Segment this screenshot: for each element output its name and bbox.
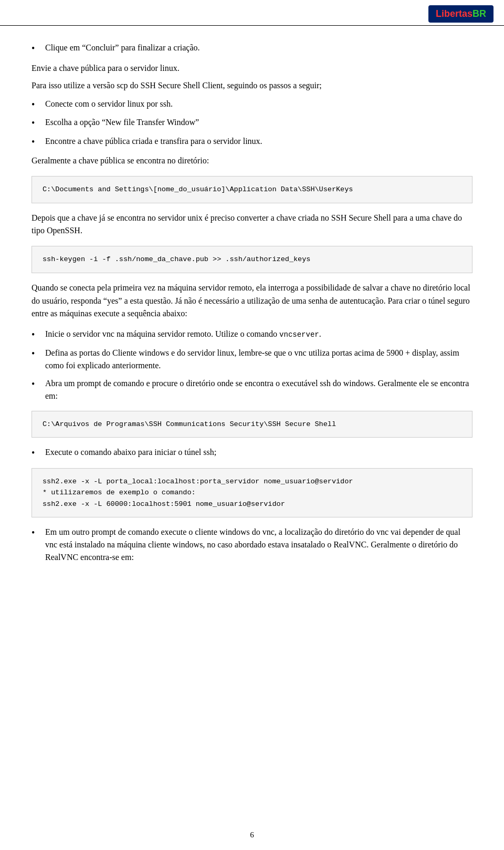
bullet-dot-5: • — [32, 329, 41, 341]
bullet-text-4: Encontre a chave pública criada e transf… — [45, 135, 472, 148]
bullet-text-7: Abra um prompt de comando e procure o di… — [45, 377, 472, 402]
bullet-dot-9: • — [32, 527, 41, 539]
bullet-text-6: Defina as portas do Cliente windows e do… — [45, 347, 472, 372]
bullet-text-1: Clique em “Concluir” para finalizar a cr… — [45, 42, 472, 54]
bullet-text-5: Inicie o servidor vnc na máquina servido… — [45, 328, 472, 340]
bullet-text-5-code: vncserver — [279, 330, 319, 339]
bullet-text-8: Execute o comando abaixo para iniciar o … — [45, 446, 472, 459]
code-block-1: C:\Documents and Settings\[nome_do_usuár… — [32, 176, 472, 203]
page-content: • Clique em “Concluir” para finalizar a … — [0, 26, 504, 600]
bullet-dot-4: • — [32, 136, 41, 148]
para-1: Envie a chave pública para o servidor li… — [32, 62, 472, 75]
bullet-text-2: Conecte com o servidor linux por ssh. — [45, 98, 472, 110]
logo-area: LibertasBR — [428, 5, 494, 23]
steps-list: • Conecte com o servidor linux por ssh. … — [32, 98, 472, 148]
bullet-text-9: Em um outro prompt de comando execute o … — [45, 526, 472, 564]
page-footer: 6 — [0, 831, 504, 839]
list-item-9: • Em um outro prompt de comando execute … — [32, 526, 472, 564]
list-item-6: • Defina as portas do Cliente windows e … — [32, 347, 472, 372]
intro-list: • Clique em “Concluir” para finalizar a … — [32, 42, 472, 55]
steps-list-4: • Em um outro prompt de comando execute … — [32, 526, 472, 564]
steps-list-3: • Execute o comando abaixo para iniciar … — [32, 446, 472, 459]
list-item-5: • Inicie o servidor vnc na máquina servi… — [32, 328, 472, 341]
para-4: Depois que a chave já se encontra no ser… — [32, 212, 472, 238]
list-item-7: • Abra um prompt de comando e procure o … — [32, 377, 472, 402]
bullet-text-5-main: Inicie o servidor vnc na máquina servido… — [45, 329, 279, 338]
steps-list-2: • Inicie o servidor vnc na máquina servi… — [32, 328, 472, 402]
bullet-dot-1: • — [32, 43, 41, 55]
bullet-dot-7: • — [32, 378, 41, 390]
logo-text: LibertasBR — [436, 8, 486, 19]
code-block-3: C:\Arquivos de Programas\SSH Communicati… — [32, 411, 472, 438]
bullet-dot-8: • — [32, 447, 41, 459]
logo-br: BR — [472, 8, 486, 19]
code-block-4: ssh2.exe -x -L porta_local:localhost:por… — [32, 468, 472, 518]
para-2: Para isso utilize a versão scp do SSH Se… — [32, 79, 472, 92]
para-5: Quando se conecta pela primeira vez na m… — [32, 282, 472, 320]
page-header: LibertasBR — [0, 0, 504, 26]
list-item-1: • Clique em “Concluir” para finalizar a … — [32, 42, 472, 55]
para-3: Geralmente a chave pública se encontra n… — [32, 154, 472, 168]
logo-libertas: Libertas — [436, 8, 472, 19]
bullet-dot-6: • — [32, 348, 41, 360]
list-item-2: • Conecte com o servidor linux por ssh. — [32, 98, 472, 111]
bullet-dot-3: • — [32, 117, 41, 129]
list-item-4: • Encontre a chave pública criada e tran… — [32, 135, 472, 148]
list-item-8: • Execute o comando abaixo para iniciar … — [32, 446, 472, 459]
bullet-text-5-end: . — [319, 329, 321, 338]
bullet-dot-2: • — [32, 99, 41, 111]
list-item-3: • Escolha a opção “New file Transfer Win… — [32, 116, 472, 129]
code-block-2: ssh-keygen -i -f .ssh/nome_da_chave.pub … — [32, 246, 472, 273]
page-number: 6 — [250, 831, 254, 839]
bullet-text-3: Escolha a opção “New file Transfer Windo… — [45, 116, 472, 129]
